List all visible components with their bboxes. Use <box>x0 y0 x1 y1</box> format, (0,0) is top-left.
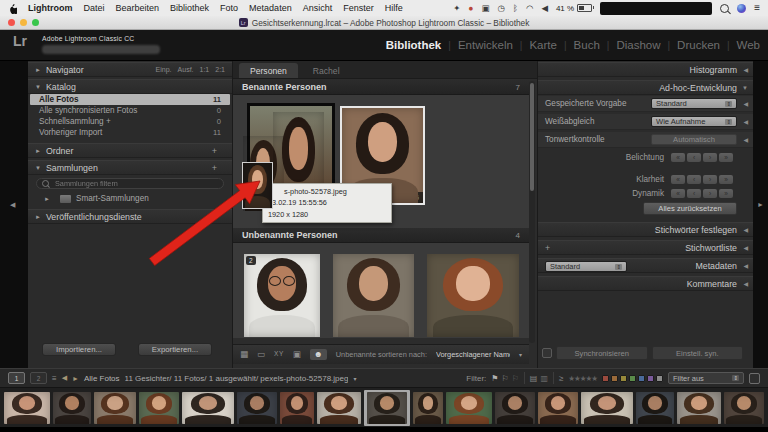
compare-view-icon[interactable]: XY <box>274 351 284 358</box>
grid-view-icon[interactable]: ▦ <box>240 350 248 359</box>
main-window-button[interactable]: 1 <box>8 372 25 384</box>
menu-foto[interactable]: Foto <box>220 3 238 13</box>
collapse-left-panel-icon[interactable]: ◀ <box>10 201 15 209</box>
filmstrip-thumb[interactable] <box>495 392 535 424</box>
record-dot-icon[interactable]: ● <box>468 4 473 13</box>
second-window-button[interactable]: 2 <box>30 372 47 384</box>
auto-tone-button[interactable]: Automatisch <box>651 134 737 145</box>
minimize-window-button[interactable] <box>20 19 27 26</box>
module-bibliothek[interactable]: Bibliothek <box>386 39 442 51</box>
quick-develop-header[interactable]: Ad-hoc-Entwicklung ▼ <box>538 80 753 95</box>
dragged-face-thumbnail[interactable] <box>242 162 273 209</box>
module-web[interactable]: Web <box>737 39 760 51</box>
stepper-button[interactable]: ‹ <box>687 175 701 184</box>
saved-preset-dropdown[interactable]: Standard ⇕ <box>651 98 737 109</box>
katalog-item[interactable]: Vorheriger Import11 <box>30 127 230 138</box>
zoom-window-button[interactable] <box>32 19 39 26</box>
module-diashow[interactable]: Diashow <box>616 39 660 51</box>
stepper-button[interactable]: ‹ <box>687 189 701 198</box>
battery-indicator[interactable]: 41 % <box>556 4 592 13</box>
metadata-preset-dropdown[interactable]: Standard ⇕ <box>545 261 627 272</box>
stepper-button[interactable]: » <box>719 189 733 198</box>
menu-datei[interactable]: Datei <box>84 3 105 13</box>
forward-arrow-icon[interactable]: ► <box>72 375 79 382</box>
katalog-header[interactable]: ▼ Katalog <box>28 79 232 94</box>
unnamed-person-thumb[interactable]: 2 <box>244 254 320 337</box>
center-scrollbar[interactable] <box>529 81 535 343</box>
sort-caret-icon[interactable]: ▾ <box>519 351 522 358</box>
stepper-button[interactable]: ‹ <box>687 153 701 162</box>
timemachine-icon[interactable]: ◷ <box>497 4 504 13</box>
menu-metadaten[interactable]: Metadaten <box>249 3 292 13</box>
filmstrip-thumb[interactable] <box>94 392 136 424</box>
histogram-header[interactable]: Histogramm ◀ <box>538 62 753 77</box>
import-button[interactable]: Importieren... <box>42 343 116 356</box>
menu-fenster[interactable]: Fenster <box>343 3 374 13</box>
attr-edited-icon[interactable]: ▤ <box>530 374 538 383</box>
sync-toggle[interactable] <box>542 348 552 358</box>
white-balance-dropdown[interactable]: Wie Aufnahme ⇕ <box>651 116 737 127</box>
filmstrip-thumb[interactable] <box>317 392 361 424</box>
filmstrip-thumb[interactable] <box>182 392 234 424</box>
named-people-header[interactable]: Benannte Personen 7 <box>233 80 529 95</box>
stepper-button[interactable]: › <box>703 189 717 198</box>
source-caret-icon[interactable]: ▾ <box>353 375 356 382</box>
star-icon[interactable]: ★ <box>591 374 597 383</box>
reset-all-button[interactable]: Alles zurücksetzen <box>643 202 737 215</box>
flag-reject-icon[interactable]: ⚐ <box>512 374 519 383</box>
color-label-chip[interactable] <box>620 375 627 382</box>
color-label-chip[interactable] <box>629 375 636 382</box>
filmstrip-thumb[interactable] <box>413 392 443 424</box>
rating-operator[interactable]: ≥ <box>559 374 563 383</box>
module-karte[interactable]: Karte <box>529 39 557 51</box>
unnamed-person-thumb[interactable] <box>333 254 414 337</box>
tab-rachel[interactable]: Rachel <box>302 63 351 78</box>
filmstrip-thumb[interactable] <box>237 392 277 424</box>
menu-hilfe[interactable]: Hilfe <box>385 3 403 13</box>
filmstrip-thumb[interactable] <box>280 392 314 424</box>
notification-center-icon[interactable]: ≡ <box>754 3 760 13</box>
spotlight-search-icon[interactable] <box>720 4 729 13</box>
stepper-button[interactable]: « <box>671 153 685 162</box>
apple-menu-icon[interactable] <box>8 3 17 14</box>
stepper-button[interactable]: › <box>703 153 717 162</box>
synchronize-button[interactable]: Synchronisieren <box>556 346 648 360</box>
loupe-view-icon[interactable]: ▭ <box>257 350 265 359</box>
filmstrip-selected-cell[interactable] <box>364 390 410 426</box>
filmstrip-thumb[interactable] <box>724 392 764 424</box>
stepper-button[interactable]: » <box>719 175 733 184</box>
menu-bearbeiten[interactable]: Bearbeiten <box>116 3 160 13</box>
ordner-header[interactable]: ► Ordner + <box>28 143 232 158</box>
keyword-list-header[interactable]: + Stichwortliste ◀ <box>538 240 753 255</box>
source-label[interactable]: Alle Fotos <box>84 374 120 383</box>
survey-view-icon[interactable]: ▣ <box>293 350 301 359</box>
export-button[interactable]: Exportieren... <box>138 343 212 356</box>
smart-collections-row[interactable]: ► Smart-Sammlungen <box>44 194 149 203</box>
add-folder-icon[interactable]: + <box>212 146 217 156</box>
add-keyword-icon[interactable]: + <box>545 243 550 253</box>
stepper-button[interactable]: « <box>671 175 685 184</box>
add-collection-icon[interactable]: + <box>212 163 217 173</box>
collection-search-input[interactable] <box>53 178 218 189</box>
sort-value-dropdown[interactable]: Vorgeschlagener Name <box>436 350 510 359</box>
menu-lightroom[interactable]: Lightroom <box>28 3 73 13</box>
filmstrip-thumb[interactable] <box>367 392 407 424</box>
menu-ansicht[interactable]: Ansicht <box>303 3 333 13</box>
tab-personen[interactable]: Personen <box>239 63 298 78</box>
stepper-button[interactable]: « <box>671 189 685 198</box>
filmstrip-thumb[interactable] <box>538 392 578 424</box>
filter-preset-dropdown[interactable]: Filter aus ⇕ <box>668 372 744 384</box>
close-window-button[interactable] <box>8 19 15 26</box>
navigator-zoom-option[interactable]: Einp. <box>156 66 172 73</box>
unnamed-person-thumb[interactable] <box>427 254 519 337</box>
filmstrip-thumb[interactable] <box>53 392 91 424</box>
color-label-chip[interactable] <box>656 375 663 382</box>
navigator-zoom-option[interactable]: 1:1 <box>200 66 210 73</box>
bluetooth-icon[interactable]: ᛒ <box>513 4 518 13</box>
attr-unedited-icon[interactable]: ▥ <box>540 374 548 383</box>
filmstrip-thumb[interactable] <box>581 392 633 424</box>
dropbox-icon[interactable]: ✦ <box>453 4 460 13</box>
filmstrip-thumb[interactable] <box>636 392 674 424</box>
color-label-chip[interactable] <box>638 375 645 382</box>
color-label-chip[interactable] <box>602 375 609 382</box>
